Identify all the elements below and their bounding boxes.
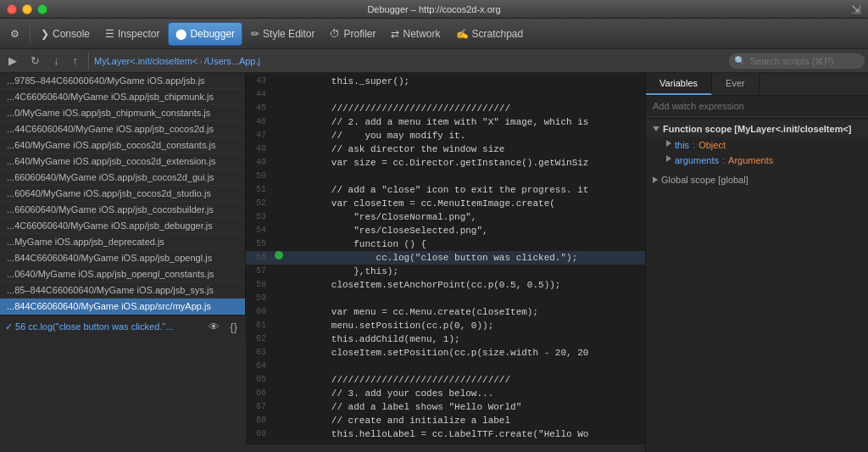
tab-events[interactable]: Ever (712, 73, 760, 95)
settings-button[interactable]: ⚙ (3, 22, 26, 46)
watch-input[interactable] (646, 96, 868, 117)
breakpoint-dot (275, 251, 283, 259)
line-number: 43 (246, 75, 273, 88)
line-code: function () { (285, 237, 645, 251)
play-button[interactable]: ▶ (3, 53, 22, 69)
file-item[interactable]: ...66060640/MyGame iOS.app/jsb_cocos2d_g… (0, 170, 245, 186)
file-item[interactable]: ...MyGame iOS.app/jsb_deprecated.js (0, 234, 245, 250)
function-scope-label: Function scope [MyLayer<.init/closeItem<… (663, 124, 852, 134)
file-item[interactable]: ...640/MyGame iOS.app/jsb_cocos2d_consta… (0, 137, 245, 153)
file-item[interactable]: ...0640/MyGame iOS.app/jsb_opengl_consta… (0, 266, 245, 282)
close-button[interactable] (7, 4, 17, 14)
breadcrumb-item-2[interactable]: /Users...App.j (204, 56, 260, 66)
debugger-icon: ⬤ (175, 28, 186, 40)
line-number: 56 (246, 251, 273, 265)
file-item[interactable]: ...4C66060640/MyGame iOS.app/jsb_debugge… (0, 218, 245, 234)
tab-console[interactable]: ❯ Console (34, 22, 97, 46)
search-input[interactable] (729, 53, 865, 69)
code-scrollbar[interactable] (246, 444, 645, 452)
line-code: //////////////////////////////// (285, 102, 645, 115)
line-code: // add a label shows "Hello World" (285, 400, 645, 414)
line-number: 44 (246, 88, 273, 102)
file-item[interactable]: ...60640/MyGame iOS.app/jsb_cocos2d_stud… (0, 186, 245, 202)
line-code: cc.log("close button was clicked."); (285, 251, 645, 265)
line-number: 63 (246, 346, 273, 360)
line-code: },this); (285, 265, 645, 278)
code-line: 51 // add a "close" icon to exit the pro… (246, 183, 645, 197)
code-line: 56 cc.log("close button was clicked."); (246, 251, 645, 265)
line-code: // add a "close" icon to exit the progre… (285, 183, 645, 197)
file-item[interactable]: ...844C66060640/MyGame iOS.app/src/myApp… (0, 299, 245, 315)
file-list: ...9785–844C66060640/MyGame iOS.app/jsb.… (0, 73, 246, 315)
code-line: 58 closeItem.setAnchorPoint(cc.p(0.5, 0.… (246, 278, 645, 292)
code-line: 67 // add a label shows "Hello World" (246, 400, 645, 414)
file-item[interactable]: ...66060640/MyGame iOS.app/jsb_cocosbuil… (0, 202, 245, 218)
breadcrumb: MyLayer<.init/closeItem< › /Users...App.… (94, 56, 726, 66)
file-item[interactable]: ...9785–844C66060640/MyGame iOS.app/jsb.… (0, 73, 245, 89)
file-item[interactable]: ...85–844C66060640/MyGame iOS.app/jsb_sy… (0, 282, 245, 299)
step-out-button[interactable]: ↑ (68, 53, 84, 69)
braces-button[interactable]: {} (226, 319, 241, 335)
tab-variables[interactable]: Variables (646, 73, 712, 95)
code-line: 48 // ask director the window size (246, 142, 645, 156)
prop-value: Object (698, 140, 726, 150)
step-over-button[interactable]: ↻ (25, 53, 45, 69)
file-list-bottom: ✓ 56 cc.log("close button was clicked.".… (0, 315, 246, 338)
style-editor-icon: ✏ (251, 28, 259, 40)
window-controls (7, 4, 47, 14)
search-icon: 🔍 (735, 56, 745, 65)
line-number: 59 (246, 292, 273, 305)
line-number: 58 (246, 278, 273, 292)
maximize-button[interactable] (37, 4, 47, 14)
tab-profiler[interactable]: ⏱ Profiler (323, 22, 382, 46)
line-number: 45 (246, 102, 273, 115)
line-number: 54 (246, 224, 273, 237)
collapse-button[interactable]: ⇲ (851, 3, 861, 16)
code-line: 53 "res/CloseNormal.png", (246, 210, 645, 224)
eye-button[interactable]: 👁 (205, 319, 223, 335)
line-number: 57 (246, 265, 273, 278)
code-line: 68 // create and initialize a label (246, 414, 645, 427)
line-number: 60 (246, 305, 273, 319)
code-editor: 39 init:function () {4041 //////////////… (246, 73, 645, 452)
tab-network[interactable]: ⇄ Network (384, 22, 447, 46)
line-number: 65 (246, 373, 273, 387)
line-number: 46 (246, 115, 273, 129)
line-code: // 3. add your codes below... (285, 387, 645, 400)
code-line: 63 closeItem.setPosition(cc.p(size.width… (246, 346, 645, 360)
bottom-status: ✓ 56 cc.log("close button was clicked.".… (5, 321, 202, 332)
file-item[interactable]: ...0/MyGame iOS.app/jsb_chipmunk_constan… (0, 105, 245, 121)
global-scope-label: Global scope [global] (661, 175, 748, 185)
function-scope-header[interactable]: Function scope [MyLayer<.init/closeItem<… (646, 120, 868, 137)
code-line: 65 //////////////////////////////// (246, 373, 645, 387)
window-title: Debugger – http://cocos2d-x.org (367, 4, 500, 14)
prop-value: Arguments (728, 155, 773, 165)
file-item[interactable]: ...844C66060640/MyGame iOS.app/jsb_openg… (0, 250, 245, 266)
file-item[interactable]: ...640/MyGame iOS.app/jsb_cocos2d_extens… (0, 153, 245, 170)
file-item[interactable]: ...4C66060640/MyGame iOS.app/jsb_chipmun… (0, 89, 245, 105)
console-icon: ❯ (41, 28, 49, 40)
file-item[interactable]: ...44C66060640/MyGame iOS.app/jsb_cocos2… (0, 121, 245, 137)
breakpoint-column[interactable] (273, 251, 285, 259)
breadcrumb-item-1[interactable]: MyLayer<.init/closeItem< (94, 56, 198, 66)
line-code: this._super(); (285, 75, 645, 88)
line-code: // 2. add a menu item with "X" image, wh… (285, 115, 645, 129)
line-number: 68 (246, 414, 273, 427)
line-number: 61 (246, 319, 273, 332)
line-code: // you may modify it. (285, 129, 645, 142)
code-line: 64 (246, 360, 645, 373)
tab-debugger[interactable]: ⬤ Debugger (168, 22, 242, 46)
line-number: 51 (246, 183, 273, 197)
tab-style-editor[interactable]: ✏ Style Editor (244, 22, 321, 46)
line-code: var menu = cc.Menu.create(closeItem); (285, 305, 645, 319)
line-number: 55 (246, 237, 273, 251)
tab-scratchpad[interactable]: ✍ Scratchpad (449, 22, 531, 46)
prop-name: this (675, 140, 689, 150)
function-scope-section: Function scope [MyLayer<.init/closeItem<… (646, 117, 868, 171)
tab-inspector[interactable]: ☰ Inspector (98, 22, 166, 46)
minimize-button[interactable] (22, 4, 32, 14)
step-in-button[interactable]: ↓ (48, 53, 64, 69)
line-number: 49 (246, 156, 273, 170)
code-content[interactable]: 39 init:function () {4041 //////////////… (246, 73, 645, 444)
scope-item-arguments: arguments : Arguments (646, 153, 868, 168)
